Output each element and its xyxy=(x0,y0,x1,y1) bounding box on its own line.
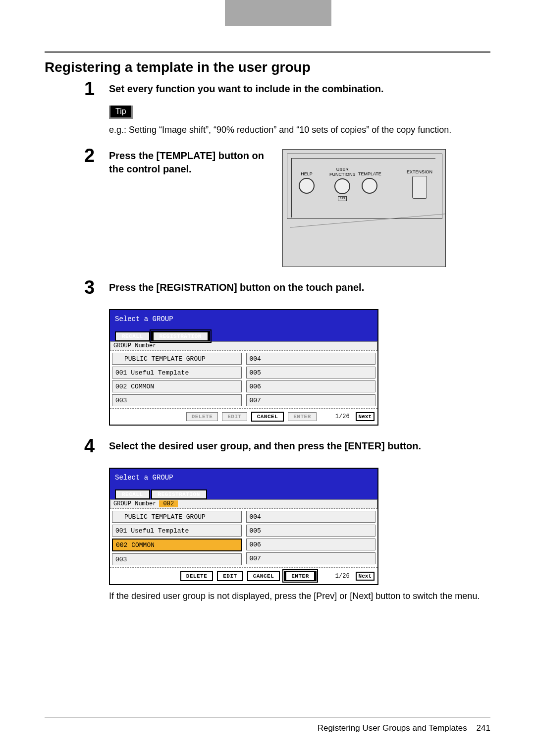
group-cell[interactable]: 003 xyxy=(112,553,242,565)
cancel-button[interactable]: CANCEL xyxy=(251,412,284,422)
footer-text: Registering User Groups and Templates 24… xyxy=(318,723,490,733)
touch-panel-screenshot-2: Select a GROUP RECALL REGISTRATION GROUP… xyxy=(109,468,378,585)
group-number-value xyxy=(159,342,178,349)
group-cell[interactable]: 002 COMMON xyxy=(112,380,242,392)
touch-panel-screenshot-1: Select a GROUP RECALL REGISTRATION GROUP… xyxy=(109,309,378,426)
step-1-tip-text: e.g.: Setting “Image shift”, “90% reduct… xyxy=(109,125,490,135)
group-cell[interactable]: 007 xyxy=(246,394,376,406)
tab-registration[interactable]: REGISTRATION xyxy=(151,489,207,499)
page-indicator: 1/26 xyxy=(335,573,350,580)
group-cell[interactable]: 005 xyxy=(246,367,376,378)
step-3-text: Press the [REGISTRATION] button on the t… xyxy=(109,281,490,294)
group-cell[interactable]: 006 xyxy=(246,539,376,550)
enter-button-highlighted[interactable]: ENTER xyxy=(285,571,315,581)
group-cell[interactable]: PUBLIC TEMPLATE GROUP xyxy=(112,353,242,365)
next-button[interactable]: Next xyxy=(356,572,374,581)
header-gray-block xyxy=(225,0,331,26)
group-cell[interactable]: 007 xyxy=(246,552,376,564)
extension-slot-icon xyxy=(412,176,427,199)
touch-header-title: Select a GROUP xyxy=(115,474,373,482)
group-cell-selected[interactable]: 002 COMMON xyxy=(112,539,242,551)
touch-header-title: Select a GROUP xyxy=(115,315,373,323)
group-cell[interactable]: 001 Useful Template xyxy=(112,525,242,537)
tab-registration-selected[interactable]: REGISTRATION xyxy=(153,331,209,341)
step-3-number: 3 xyxy=(84,277,95,298)
group-number-label: GROUP Number xyxy=(113,500,156,507)
step-1-number: 1 xyxy=(84,78,95,100)
page-title: Registering a template in the user group xyxy=(45,59,490,75)
tip-label: Tip xyxy=(109,106,133,119)
tab-recall[interactable]: RECALL xyxy=(115,331,150,341)
step-2-text: Press the [TEMPLATE] button on the contr… xyxy=(109,149,268,176)
delete-button[interactable]: DELETE xyxy=(186,412,218,421)
group-number-value-selected: 002 xyxy=(159,500,178,507)
panel-template-label: TEMPLATE xyxy=(358,171,381,176)
panel-extension-label: EXTENSION xyxy=(407,169,432,174)
enter-button[interactable]: ENTER xyxy=(288,412,317,421)
panel-userfunc-label: USER FUNCTIONS xyxy=(329,167,356,177)
help-button-icon xyxy=(299,178,315,194)
group-cell[interactable]: PUBLIC TEMPLATE GROUP xyxy=(112,511,242,523)
step-2-number: 2 xyxy=(84,145,95,166)
template-button-icon xyxy=(362,178,377,194)
tab-recall[interactable]: RECALL xyxy=(115,489,150,499)
group-cell[interactable]: 004 xyxy=(246,511,376,523)
group-cell[interactable]: 003 xyxy=(112,394,242,406)
step-4: 4 Select the desired user group, and the… xyxy=(109,439,490,601)
next-button[interactable]: Next xyxy=(356,412,374,421)
step-4-text: Select the desired user group, and then … xyxy=(109,439,490,453)
cancel-button[interactable]: CANCEL xyxy=(247,571,280,581)
control-panel-illustration: HELP USER FUNCTIONS 123 TEMPLATE xyxy=(282,149,446,267)
step-2: 2 Press the [TEMPLATE] button on the con… xyxy=(109,149,490,267)
group-cell[interactable]: 005 xyxy=(246,525,376,537)
small-indicator-icon: 123 xyxy=(338,196,347,201)
delete-button[interactable]: DELETE xyxy=(180,571,214,581)
group-cell[interactable]: 004 xyxy=(246,353,376,365)
step-4-number: 4 xyxy=(84,435,95,457)
edit-button[interactable]: EDIT xyxy=(217,571,243,581)
panel-help-label: HELP xyxy=(301,171,313,176)
step-1-text: Set every function you want to include i… xyxy=(109,82,490,96)
page-indicator: 1/26 xyxy=(335,413,350,420)
group-cell[interactable]: 006 xyxy=(246,380,376,392)
group-cell[interactable]: 001 Useful Template xyxy=(112,367,242,378)
edit-button[interactable]: EDIT xyxy=(222,412,247,421)
title-rule xyxy=(45,52,490,53)
step-3: 3 Press the [REGISTRATION] button on the… xyxy=(109,281,490,426)
step-4-note: If the desired user group is not display… xyxy=(109,591,490,601)
step-1: 1 Set every function you want to include… xyxy=(109,82,490,135)
group-number-label: GROUP Number xyxy=(113,342,156,349)
userfunc-button-icon xyxy=(334,178,350,194)
